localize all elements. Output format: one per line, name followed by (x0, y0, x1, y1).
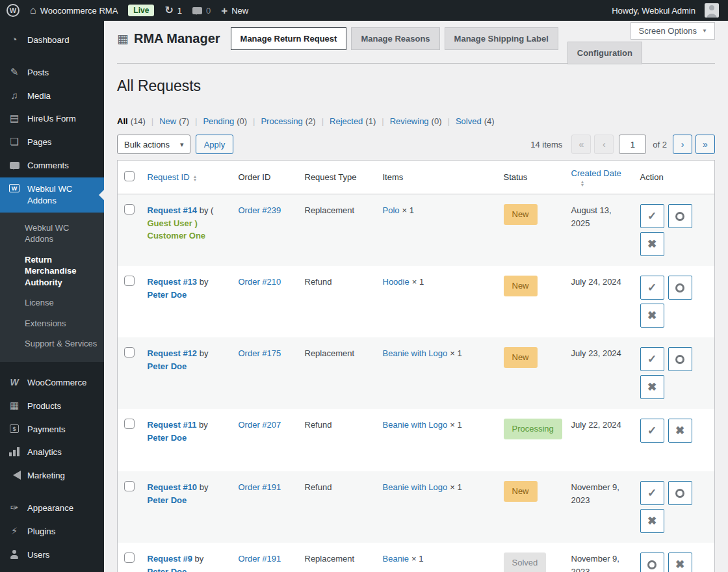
tab-configuration[interactable]: Configuration (567, 42, 642, 64)
sidebar-item-comments[interactable]: Comments (0, 154, 104, 177)
sidebar-subitem-support-services[interactable]: Support & Services (0, 333, 104, 354)
filter-link-new[interactable]: New (159, 116, 176, 126)
select-all-checkbox[interactable] (124, 171, 135, 181)
check-action-button[interactable]: ✓ (640, 204, 664, 228)
row-checkbox[interactable] (124, 419, 135, 429)
row-checkbox[interactable] (124, 552, 135, 563)
request-link[interactable]: Request #13 (148, 277, 198, 287)
customer-link[interactable]: Peter Doe (148, 495, 187, 505)
sidebar-item-plugins[interactable]: ⚡Plugins (0, 520, 104, 543)
row-checkbox[interactable] (124, 347, 135, 358)
product-link[interactable]: Hoodie (383, 277, 410, 287)
column-header-created-date[interactable]: Created Date ▲▼ (565, 161, 634, 194)
screen-options-button[interactable]: Screen Options ▼ (630, 22, 715, 40)
filter-link-solved[interactable]: Solved (456, 116, 482, 126)
comments-menu[interactable]: 0 (192, 6, 211, 16)
status-cell: Processing (497, 409, 565, 471)
tab-manage-return-request[interactable]: Manage Return Request (231, 27, 347, 50)
customer-link[interactable]: Guest User ) (148, 218, 198, 228)
cross-action-button[interactable]: ✖ (640, 232, 664, 256)
sidebar-item-media[interactable]: ♫Media (0, 84, 104, 108)
new-content-menu[interactable]: +New (221, 5, 248, 16)
account-menu[interactable]: Howdy, Webkul Admin (612, 3, 719, 18)
product-link[interactable]: Beanie with Logo (383, 420, 448, 430)
wordpress-logo[interactable]: W (6, 4, 20, 17)
customer-link[interactable]: Peter Doe (148, 567, 187, 572)
order-link[interactable]: Order #191 (239, 554, 281, 564)
sidebar-item-dashboard[interactable]: ◔Dashboard (0, 29, 104, 52)
created-date-cell: July 23, 2024 (565, 337, 634, 409)
order-link[interactable]: Order #191 (239, 482, 281, 492)
product-link[interactable]: Polo (383, 205, 400, 215)
request-type-cell: Replacement (298, 543, 376, 572)
sidebar-subitem-webkul-wc-addons[interactable]: Webkul WC Addons (0, 218, 104, 250)
request-link[interactable]: Request #14 (148, 205, 198, 215)
sidebar-item-tools[interactable]: ⚒Tools (0, 566, 104, 572)
check-action-button[interactable]: ✓ (640, 481, 664, 505)
sidebar-item-users[interactable]: Users (0, 543, 104, 567)
current-page-input[interactable] (619, 135, 646, 154)
table-row: Request #9 byPeter DoeOrder #191Replacem… (118, 543, 715, 572)
request-link[interactable]: Request #12 (148, 348, 198, 358)
order-link[interactable]: Order #207 (239, 420, 281, 430)
sidebar-item-appearance[interactable]: ✑Appearance (0, 497, 104, 520)
customer-link[interactable]: Customer One (148, 231, 206, 240)
tab-manage-reasons[interactable]: Manage Reasons (351, 27, 439, 50)
row-checkbox[interactable] (124, 204, 135, 214)
circle-action-button[interactable] (640, 552, 664, 572)
order-link[interactable]: Order #175 (239, 348, 281, 358)
sidebar-item-analytics[interactable]: Analytics (0, 441, 104, 464)
updates-menu[interactable]: ↻1 (164, 5, 182, 16)
site-menu[interactable]: ⌂Woocommerce RMA (30, 5, 118, 16)
circle-action-button[interactable] (668, 204, 692, 228)
cross-action-button[interactable]: ✖ (668, 419, 692, 443)
filter-link-processing[interactable]: Processing (261, 116, 302, 126)
sidebar-item-hireus-form[interactable]: ▤HireUs Form (0, 107, 104, 131)
apply-button[interactable]: Apply (196, 135, 234, 154)
tab-manage-shipping-label[interactable]: Manage Shipping Label (445, 27, 558, 50)
bulk-actions-select[interactable]: Bulk actions ▾ (117, 135, 190, 154)
sidebar-subitem-extensions[interactable]: Extensions (0, 313, 104, 334)
row-checkbox[interactable] (124, 481, 135, 491)
filter-link-pending[interactable]: Pending (203, 116, 234, 126)
sidebar-item-products[interactable]: ▦Products (0, 395, 104, 418)
request-link[interactable]: Request #9 (148, 554, 192, 564)
next-page-button[interactable]: › (673, 135, 692, 154)
sidebar-subitem-license[interactable]: License (0, 292, 104, 313)
customer-line: Guest User ) (148, 217, 226, 230)
last-page-button[interactable]: » (696, 135, 715, 154)
customer-link[interactable]: Peter Doe (148, 361, 187, 371)
sidebar-item-woocommerce[interactable]: WWooCommerce (0, 371, 104, 395)
circle-action-button[interactable] (668, 481, 692, 505)
cross-action-button[interactable]: ✖ (640, 304, 664, 328)
sidebar-item-pages[interactable]: ❏Pages (0, 131, 104, 154)
request-link[interactable]: Request #10 (148, 482, 198, 492)
check-action-button[interactable]: ✓ (640, 276, 664, 300)
product-link[interactable]: Beanie with Logo (383, 482, 448, 492)
filter-link-reviewing[interactable]: Reviewing (390, 116, 429, 126)
row-checkbox[interactable] (124, 276, 135, 286)
check-action-button[interactable]: ✓ (640, 347, 664, 371)
column-header-request-id[interactable]: Request ID▲▼ (141, 161, 232, 194)
sidebar-item-webkul-wc-addons[interactable]: WWebkul WC Addons (0, 177, 104, 213)
filter-link-rejected[interactable]: Rejected (330, 116, 363, 126)
circle-action-button[interactable] (668, 347, 692, 371)
cross-action-button[interactable]: ✖ (668, 552, 692, 572)
sidebar-item-posts[interactable]: ✎Posts (0, 61, 104, 84)
circle-action-button[interactable] (668, 276, 692, 300)
check-action-button[interactable]: ✓ (640, 419, 664, 443)
filter-link-all[interactable]: All (117, 116, 128, 126)
order-link[interactable]: Order #239 (239, 205, 281, 215)
product-link[interactable]: Beanie (383, 554, 409, 564)
product-link[interactable]: Beanie with Logo (383, 348, 448, 358)
cross-action-button[interactable]: ✖ (640, 375, 664, 399)
customer-link[interactable]: Peter Doe (148, 433, 187, 443)
sidebar-item-marketing[interactable]: Marketing (0, 464, 104, 488)
cross-action-button[interactable]: ✖ (640, 509, 664, 533)
item-quantity: × 1 (411, 554, 423, 564)
customer-link[interactable]: Peter Doe (148, 290, 187, 300)
order-link[interactable]: Order #210 (239, 277, 281, 287)
sidebar-subitem-return-merchandise-authority[interactable]: Return Merchandise Authority (0, 250, 104, 293)
request-link[interactable]: Request #11 (148, 420, 197, 430)
sidebar-item-payments[interactable]: $Payments (0, 418, 104, 441)
